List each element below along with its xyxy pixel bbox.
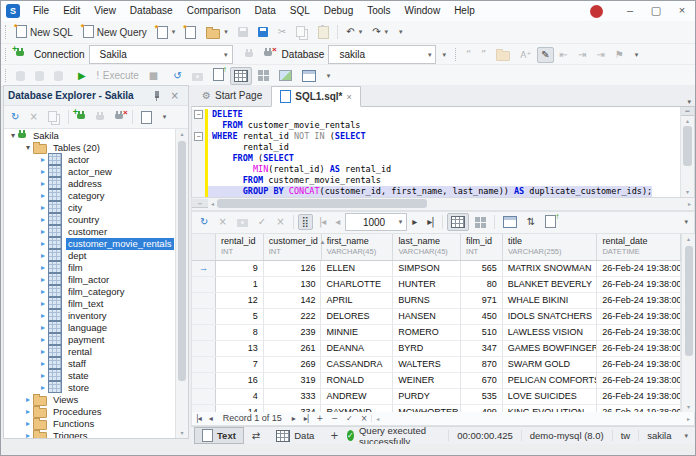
cell-title[interactable]: LOVE SUICIDES <box>503 389 598 404</box>
scroll-up-icon[interactable]: ▴ <box>686 116 689 126</box>
cell-title[interactable]: PELICAN COMFORTS <box>503 373 598 388</box>
pagination-mode-button[interactable]: ⣿ <box>298 214 313 230</box>
chevron-expanded-icon[interactable]: ▾ <box>23 143 33 153</box>
new-sql-button[interactable]: New SQL <box>12 22 77 43</box>
cell-rental_date[interactable]: 26-Feb-24 19:38:00 <box>597 277 681 292</box>
chevron-collapsed-icon[interactable]: ▸ <box>38 167 48 177</box>
cell-last_name[interactable]: WEINER <box>393 373 461 388</box>
scroll-left-icon[interactable]: ◂ <box>371 415 383 422</box>
user-name[interactable]: tw <box>612 430 639 441</box>
grid-row[interactable]: →9126ELLENSIMPSON565MATRIX SNOWMAN26-Feb… <box>192 261 681 277</box>
cell-film_id[interactable]: 971 <box>461 293 503 308</box>
menu-help[interactable]: Help <box>447 1 482 21</box>
chevron-collapsed-icon[interactable]: ▸ <box>38 227 48 237</box>
data-view-tab[interactable]: Data <box>268 427 322 444</box>
database-combobox[interactable]: sakila▾ <box>328 45 436 64</box>
scroll-down-icon[interactable]: ▾ <box>687 402 690 412</box>
scroll-left-icon[interactable]: ◂ <box>208 199 217 209</box>
refresh-explorer-button[interactable]: ↻ <box>7 109 23 125</box>
delete-record-button[interactable]: − <box>327 414 342 423</box>
new-query-button[interactable]: New Query <box>79 22 151 43</box>
layout-panes-button[interactable] <box>254 67 273 84</box>
tree-item-functions[interactable]: ▸Functions <box>4 418 175 430</box>
cell-customer_id[interactable]: 333 <box>264 389 322 404</box>
cell-customer_id[interactable]: 142 <box>264 293 322 308</box>
cell-customer_id[interactable]: 261 <box>264 341 322 356</box>
last-page-button[interactable]: ▸| <box>423 214 437 230</box>
page-size-combobox[interactable]: 1000▾ <box>345 213 407 231</box>
cell-rental_id[interactable]: 5 <box>216 309 264 324</box>
toolbar-grip[interactable] <box>5 69 7 82</box>
cell-first_name[interactable]: DEANNA <box>321 341 393 356</box>
row-selector[interactable] <box>192 277 216 292</box>
chevron-collapsed-icon[interactable]: ▸ <box>38 383 48 393</box>
tree-item-procedures[interactable]: ▸Procedures <box>4 406 175 418</box>
server-name[interactable]: demo-mysql (8.0) <box>521 430 612 441</box>
menu-window[interactable]: Window <box>398 1 448 21</box>
splitter-handle[interactable]: ↔ <box>192 199 208 208</box>
grid-row[interactable]: 16319RONALDWEINER670PELICAN COMFORTS26-F… <box>192 373 681 389</box>
cell-rental_id[interactable]: 14 <box>216 405 264 412</box>
tree-item-customer-movie-rentals[interactable]: ▸customer_movie_rentals <box>4 238 175 250</box>
cancel-edit-button[interactable]: × <box>357 414 372 423</box>
tree-item-rental[interactable]: ▸rental <box>4 346 175 358</box>
chevron-collapsed-icon[interactable]: ▸ <box>38 323 48 333</box>
object-properties-button[interactable] <box>137 108 156 127</box>
close-tab-icon[interactable]: × <box>346 92 351 102</box>
cell-film_id[interactable]: 450 <box>461 309 503 324</box>
database-name[interactable]: sakila <box>638 430 679 441</box>
cell-customer_id[interactable]: 319 <box>264 373 322 388</box>
card-view-button[interactable] <box>471 214 490 231</box>
current-row-indicator[interactable]: → <box>192 261 216 276</box>
cell-first_name[interactable]: CASSANDRA <box>321 357 393 372</box>
menu-sql[interactable]: SQL <box>283 1 317 21</box>
menu-debug[interactable]: Debug <box>317 1 360 21</box>
close-panel-button[interactable]: × <box>167 88 183 104</box>
cell-last_name[interactable]: HUNTER <box>393 277 461 292</box>
cell-title[interactable]: MATRIX SNOWMAN <box>503 261 598 276</box>
pin-panel-button[interactable] <box>149 88 165 104</box>
row-selector[interactable] <box>192 389 216 404</box>
first-record-button[interactable]: |◂ <box>192 414 205 423</box>
next-page-button[interactable]: ▸ <box>408 214 421 230</box>
chevron-collapsed-icon[interactable]: ▸ <box>23 407 33 417</box>
close-button[interactable]: × <box>669 2 695 20</box>
scroll-up-icon[interactable]: ▴ <box>687 234 690 244</box>
tree-item-category[interactable]: ▸category <box>4 190 175 202</box>
cell-rental_date[interactable]: 26-Feb-24 19:38:00 <box>597 325 681 340</box>
chevron-collapsed-icon[interactable]: ▸ <box>23 431 33 438</box>
chevron-collapsed-icon[interactable]: ▸ <box>38 335 48 345</box>
chevron-expanded-icon[interactable]: ▾ <box>8 131 18 141</box>
cell-rental_id[interactable]: 7 <box>216 357 264 372</box>
cell-film_id[interactable]: 535 <box>461 389 503 404</box>
cell-first_name[interactable]: ANDREW <box>321 389 393 404</box>
toolbar3-overflow-button[interactable]: ▾ <box>322 69 335 83</box>
cell-rental_date[interactable]: 26-Feb-24 19:38:00 <box>597 341 681 356</box>
column-header-first_name[interactable]: first_nameVARCHAR(45) <box>322 234 394 260</box>
explorer-overflow-button[interactable]: ▾ <box>158 110 171 124</box>
cell-last_name[interactable]: SIMPSON <box>393 261 461 276</box>
cell-film_id[interactable]: 870 <box>461 357 503 372</box>
scrollbar-thumb[interactable] <box>683 126 692 166</box>
save-all-button[interactable] <box>254 24 272 40</box>
new-document-button[interactable]: ▾ <box>153 23 180 42</box>
tab-sql1[interactable]: SQL1.sql*× <box>271 86 361 107</box>
cell-customer_id[interactable]: 126 <box>264 261 322 276</box>
cell-title[interactable]: KING EVOLUTION <box>503 405 598 412</box>
row-selector[interactable] <box>192 341 216 356</box>
scroll-down-icon[interactable]: ▾ <box>686 187 689 197</box>
grid-row[interactable]: 13261DEANNABYRD347GAMES BOWFINGER26-Feb-… <box>192 341 681 357</box>
column-header-last_name[interactable]: last_nameVARCHAR(45) <box>393 234 461 260</box>
export-button[interactable] <box>209 65 228 86</box>
cell-rental_id[interactable]: 13 <box>216 341 264 356</box>
chevron-collapsed-icon[interactable]: ▸ <box>38 179 48 189</box>
swap-view-button[interactable]: ⇄ <box>244 427 268 444</box>
tree-item-customer[interactable]: ▸customer <box>4 226 175 238</box>
chevron-collapsed-icon[interactable]: ▸ <box>38 263 48 273</box>
cell-customer_id[interactable]: 130 <box>264 277 322 292</box>
redo-button[interactable]: ↷▾ <box>368 24 392 40</box>
row-selector[interactable] <box>192 293 216 308</box>
chevron-collapsed-icon[interactable]: ▸ <box>38 155 48 165</box>
tree-item-film-actor[interactable]: ▸film_actor <box>4 274 175 286</box>
chevron-collapsed-icon[interactable]: ▸ <box>38 371 48 381</box>
